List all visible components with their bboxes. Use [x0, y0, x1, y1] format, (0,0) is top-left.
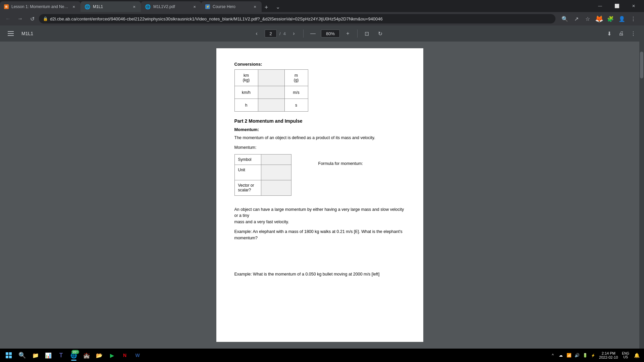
- conversions-table: km (kg) m (g) km/h m/s h s: [234, 69, 308, 112]
- window-controls: — ⬜ ✕: [590, 0, 644, 12]
- pdf-toolbar-left: M1L1: [5, 28, 33, 39]
- pdf-zoom-out-button[interactable]: —: [308, 28, 318, 39]
- new-tab-button[interactable]: +: [262, 3, 271, 12]
- pdf-prev-page-button[interactable]: ‹: [251, 28, 262, 39]
- tab3-close[interactable]: ✕: [192, 4, 197, 9]
- clock[interactable]: 2:14 PM 2022-02-10: [598, 351, 619, 359]
- svg-rect-2: [8, 35, 14, 36]
- start-button[interactable]: [3, 349, 15, 361]
- taskbar-task-manager[interactable]: 📊: [42, 349, 54, 361]
- search-icon[interactable]: 🔍: [559, 13, 570, 24]
- notification-button[interactable]: 🔔: [632, 352, 641, 359]
- tab4-close[interactable]: ✕: [252, 4, 258, 9]
- pdf-zoom-value[interactable]: 80%: [321, 29, 340, 38]
- profile-icon[interactable]: 👤: [616, 13, 627, 24]
- forward-button[interactable]: →: [15, 13, 25, 24]
- pdf-menu-button[interactable]: [5, 28, 16, 39]
- maximize-button[interactable]: ⬜: [609, 1, 625, 11]
- tab2-close[interactable]: ✕: [131, 4, 137, 9]
- tab-m1l1[interactable]: 🌐 M1L1 ✕: [80, 1, 141, 12]
- extension1-icon[interactable]: 🦊: [594, 13, 604, 24]
- momentum-unit-value: [261, 165, 291, 180]
- tab2-favicon: 🌐: [85, 4, 90, 9]
- svg-rect-4: [9, 352, 12, 355]
- taskbar-teams[interactable]: T: [55, 349, 67, 361]
- taskbar-chrome[interactable]: 🌐 99+: [68, 349, 80, 361]
- minimize-button[interactable]: —: [592, 1, 608, 11]
- pdf-page-separator: /: [279, 31, 281, 36]
- url-bar[interactable]: 🔒 d2l.cbe.ab.ca/content/enforced/940046-…: [39, 14, 555, 23]
- pdf-more-button[interactable]: ⋮: [628, 28, 639, 39]
- hidden-icons-button[interactable]: ^: [549, 352, 556, 359]
- taskbar-netflix[interactable]: N: [119, 349, 131, 361]
- pdf-toolbar: M1L1 ‹ / 4 › — 80% + ⊡ ↻ ⬇ 🖨 ⋮: [0, 25, 644, 42]
- main-content-area: Conversions: km (kg) m (g) km/h m/s h: [0, 42, 644, 349]
- browser-toolbar: 🔍 ↗ ☆ 🦊 🧩 👤 ⋮: [557, 13, 641, 24]
- conv-row2-col1: km/h: [234, 86, 258, 99]
- back-button[interactable]: ←: [3, 13, 13, 24]
- pdf-page-input[interactable]: [265, 29, 277, 38]
- volume-icon[interactable]: 🔊: [574, 352, 580, 359]
- time-display: 2:14 PM: [602, 351, 615, 355]
- date-display: 2022-02-10: [599, 355, 618, 359]
- taskbar-search-button[interactable]: 🔍: [16, 349, 28, 361]
- reload-button[interactable]: ↺: [27, 13, 38, 24]
- pdf-rotate-button[interactable]: ↻: [375, 28, 386, 39]
- close-button[interactable]: ✕: [626, 1, 641, 11]
- battery-icon[interactable]: 🔋: [582, 352, 588, 359]
- cloud-icon[interactable]: ☁: [557, 352, 564, 359]
- taskbar-file-manager[interactable]: 📂: [93, 349, 105, 361]
- zoom-separator: [303, 29, 304, 38]
- conv-row2-col2: [258, 86, 284, 99]
- pdf-toolbar-center: ‹ / 4 › — 80% + ⊡ ↻: [33, 28, 604, 39]
- svg-rect-5: [6, 356, 8, 358]
- tab4-title: Course Hero: [213, 4, 250, 9]
- taskbar-apps: 📁 📊 T 🌐 99+ 🏰 📂 ▶ N W: [30, 349, 144, 361]
- wifi-icon[interactable]: 📶: [566, 352, 572, 359]
- pdf-toolbar-right: ⬇ 🖨 ⋮: [604, 28, 639, 39]
- taskbar-word[interactable]: W: [131, 349, 144, 361]
- example1-workspace: [234, 244, 405, 271]
- tab-lesson1[interactable]: B Lesson 1: Momentum and Newt... ✕: [0, 1, 80, 12]
- svg-rect-3: [6, 352, 8, 355]
- conversions-title: Conversions:: [234, 62, 405, 67]
- pdf-total-pages: 4: [283, 31, 286, 36]
- momentum-label2: Momentum:: [234, 144, 405, 151]
- chrome-badge: 99+: [71, 350, 79, 354]
- conv-row3-col3: s: [284, 99, 308, 112]
- momentum-table: Symbol Unit Vector or scalar?: [234, 154, 291, 196]
- tab3-favicon: 🌐: [145, 4, 151, 9]
- taskbar-spotify[interactable]: ▶: [106, 349, 118, 361]
- taskbar-disney[interactable]: 🏰: [80, 349, 93, 361]
- menu-icon[interactable]: ⋮: [628, 13, 639, 24]
- taskbar: 🔍 📁 📊 T 🌐 99+ 🏰 📂 ▶ N W: [0, 349, 644, 362]
- pdf-container[interactable]: Conversions: km (kg) m (g) km/h m/s h: [0, 42, 639, 349]
- large-momentum-text: An object can have a large momentum by e…: [234, 206, 405, 225]
- lock-icon: 🔒: [43, 16, 48, 21]
- momentum-vector-value: [261, 180, 291, 195]
- tab1-close[interactable]: ✕: [71, 4, 76, 9]
- zoom-separator2: [357, 29, 358, 38]
- scrollbar[interactable]: [639, 42, 644, 349]
- title-bar: B Lesson 1: Momentum and Newt... ✕ 🌐 M1L…: [0, 0, 644, 12]
- battery-saver-icon[interactable]: ⚡: [590, 352, 596, 359]
- pdf-fit-page-button[interactable]: ⊡: [362, 28, 372, 39]
- taskbar-file-explorer[interactable]: 📁: [30, 349, 42, 361]
- pdf-next-page-button[interactable]: ›: [288, 28, 299, 39]
- pdf-download-button[interactable]: ⬇: [604, 28, 614, 39]
- tab-m1l1v2[interactable]: 🌐 M1L1V2.pdf ✕: [141, 1, 201, 12]
- conv-row3-col2: [258, 99, 284, 112]
- share-icon[interactable]: ↗: [571, 13, 582, 24]
- pdf-zoom-in-button[interactable]: +: [342, 28, 353, 39]
- bookmark-icon[interactable]: ☆: [582, 13, 593, 24]
- conv-row2-col3: m/s: [284, 86, 308, 99]
- tab-overflow-button[interactable]: ⌄: [272, 1, 283, 12]
- pdf-print-button[interactable]: 🖨: [616, 28, 627, 39]
- tab4-favicon: [205, 4, 210, 9]
- svg-rect-1: [8, 33, 14, 34]
- url-text: d2l.cbe.ab.ca/content/enforced/940046-cb…: [50, 16, 551, 21]
- extensions-icon[interactable]: 🧩: [605, 13, 616, 24]
- tab1-favicon: B: [4, 4, 9, 9]
- pdf-document-title: M1L1: [21, 31, 33, 36]
- tab-coursehero[interactable]: Course Hero ✕: [201, 1, 262, 12]
